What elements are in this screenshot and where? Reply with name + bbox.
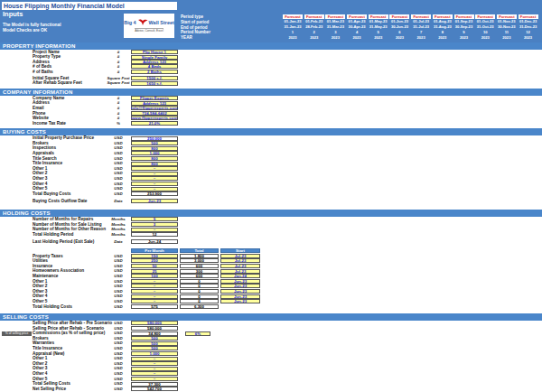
field-label: Total Holding Period xyxy=(33,232,73,238)
company-address-input[interactable]: Address 123 xyxy=(131,101,178,106)
total-cell: 1,800 xyxy=(180,254,219,258)
start-date-input[interactable]: Jul-23 xyxy=(220,258,260,263)
field-label: Net Selling Price xyxy=(33,387,66,392)
period-column: Forecast01-Oct-2331-Oct-23102023 xyxy=(475,14,497,41)
appraisal-new-input[interactable]: 1,000 xyxy=(131,351,178,356)
per-month-input[interactable]: 50 xyxy=(131,264,178,268)
appraisals-input[interactable]: 1,000 xyxy=(131,151,178,155)
title-insurance-input[interactable]: 800 xyxy=(131,162,178,166)
sell-other-5-input[interactable]: – xyxy=(131,377,178,381)
title-search-input[interactable]: 800 xyxy=(131,156,178,161)
per-month-input[interactable]: – xyxy=(131,289,178,294)
holding-total-row: Total Holding CostsUSD5756,300 xyxy=(0,304,542,310)
buy-other-2-input[interactable]: – xyxy=(131,172,178,176)
period-year-cell: 2023 xyxy=(389,35,409,41)
period-column: Forecast01-Mar-2331-Mar-2332023 xyxy=(325,14,347,41)
baths-input[interactable]: 2 Baths xyxy=(131,70,178,74)
per-month-input[interactable]: 100 xyxy=(131,274,178,278)
field-row: Total Holding PeriodMonths12 xyxy=(0,232,542,238)
per-month-input[interactable]: – xyxy=(131,279,178,284)
sell-title-insurance-input[interactable]: 500 xyxy=(131,346,178,350)
field-unit: USD xyxy=(105,387,132,392)
field-row: After Rehab Square FeetSquare Feet1650 s… xyxy=(0,80,542,85)
top-header: House Flipping Monthly Financial Model I… xyxy=(0,0,542,42)
start-date-input[interactable]: Jun-23 xyxy=(220,299,260,303)
phone-input[interactable]: 724-584-6402 xyxy=(131,111,178,116)
per-month-input[interactable]: 150 xyxy=(131,254,178,258)
period-type-cell: Forecast xyxy=(304,14,324,19)
buying-outflow-date-input[interactable]: Jun-23 xyxy=(131,199,178,203)
tax-rate-input[interactable]: 21.0% xyxy=(131,121,178,126)
total-cell: 0 xyxy=(180,289,219,294)
total-cell: 300 xyxy=(180,269,219,274)
commissions-cell: 34,800 xyxy=(131,331,178,336)
sell-other-2-input[interactable]: – xyxy=(131,361,178,366)
start-date-input[interactable]: Jun-23 xyxy=(220,284,260,288)
company-name-input[interactable]: Flipper Experts xyxy=(131,96,178,100)
period-year-cell: 2023 xyxy=(454,35,474,41)
rehab-sqft-input[interactable]: 1650 s.f. xyxy=(131,81,178,86)
selling-price-pre-input[interactable]: 580,000 xyxy=(131,321,178,325)
field-row: Net Selling PriceUSD542,700 xyxy=(0,387,542,392)
exit-sale-date-cell: Jun-24 xyxy=(131,239,178,244)
field-row: Last Holding Period (Exit Sale)DateJun-2… xyxy=(0,239,542,245)
sell-brokers-input[interactable]: 500 xyxy=(131,336,178,341)
start-date-input[interactable]: Jul-23 xyxy=(220,269,260,274)
commission-pct-input[interactable]: 6% xyxy=(185,331,210,336)
status-line-2: Model Checks are OK xyxy=(3,28,47,33)
buy-other-3-input[interactable]: – xyxy=(131,176,178,181)
start-date-input[interactable]: Jul-23 xyxy=(220,264,260,268)
buy-other-1-input[interactable]: – xyxy=(131,166,178,171)
sell-other-1-input[interactable]: – xyxy=(131,357,178,361)
per-month-input[interactable]: – xyxy=(131,294,178,299)
warranties-input[interactable]: 500 xyxy=(131,341,178,346)
sell-other-3-input[interactable]: – xyxy=(131,367,178,371)
period-type-cell: Forecast xyxy=(519,14,538,19)
months-repairs-input[interactable]: 9 xyxy=(131,217,178,221)
period-type-cell: Forecast xyxy=(369,14,388,19)
sell-other-4-input[interactable]: – xyxy=(131,371,178,376)
period-column: Forecast01-Sep-2330-Sep-2392023 xyxy=(454,14,476,41)
buy-other-5-input[interactable]: – xyxy=(131,187,178,191)
start-date-input[interactable]: Jun-23 xyxy=(220,289,260,294)
section-header-selling: SELLING COSTS xyxy=(0,313,542,321)
buy-brokers-input[interactable]: 500 xyxy=(131,141,178,145)
per-month-input[interactable]: 25 xyxy=(131,269,178,274)
months-listing-input[interactable]: 3 xyxy=(131,222,178,227)
period-column: Forecast01-Jun-2330-Jun-2362023 xyxy=(389,14,411,41)
total-selling-costs-cell: 37,300 xyxy=(131,382,178,387)
per-month-input[interactable]: – xyxy=(131,299,178,303)
buy-other-4-input[interactable]: – xyxy=(131,182,178,186)
period-year-cell: 2023 xyxy=(411,35,431,41)
total-cell: 600 xyxy=(180,264,219,268)
spreadsheet-inputs-sheet: House Flipping Monthly Financial Model I… xyxy=(0,0,542,392)
field-label: Last Holding Period (Exit Sale) xyxy=(33,239,94,245)
field-label: After Rehab Square Feet xyxy=(33,80,82,86)
email-input[interactable]: info@flipperexperts.com xyxy=(131,106,178,110)
period-column: Forecast01-Dec-2331-Dec-23122023 xyxy=(519,14,540,41)
start-date-input[interactable]: Jul-23 xyxy=(220,254,260,258)
field-label: Total Holding Costs xyxy=(33,304,72,310)
field-row: Total Buying CostsUSD253,900 xyxy=(0,191,542,197)
field-label: Total Buying Costs xyxy=(33,191,70,197)
net-selling-price-cell: 542,700 xyxy=(131,387,178,391)
start-date-input[interactable]: Jun-23 xyxy=(220,294,260,299)
field-unit: Date xyxy=(105,199,132,204)
pct-note-tag: % of selling price xyxy=(2,331,32,336)
period-year-label: YEAR xyxy=(181,35,210,41)
total-cell: 0 xyxy=(180,294,219,299)
sheet-body: PROPERTY INFORMATION Project Name#Flip H… xyxy=(0,42,542,391)
website-input[interactable]: www.flipperexperts.com xyxy=(131,116,178,120)
purchase-price-cell[interactable]: 250,000 xyxy=(131,136,178,141)
period-row-labels: Period type Start of period End of perio… xyxy=(181,14,210,41)
period-year-cell: 2023 xyxy=(325,35,345,41)
field-row: # of Baths#2 Baths xyxy=(0,70,542,74)
inspections-input[interactable]: 800 xyxy=(131,146,178,151)
total-cell: 0 xyxy=(180,284,219,288)
months-other-input[interactable]: – xyxy=(131,228,178,232)
per-month-input[interactable]: – xyxy=(131,284,178,288)
period-year-cell: 2023 xyxy=(347,35,367,41)
per-month-input[interactable]: 250 xyxy=(131,258,178,263)
start-date-input[interactable]: Jan-24 xyxy=(220,274,260,278)
start-date-input[interactable]: Jun-23 xyxy=(220,279,260,284)
